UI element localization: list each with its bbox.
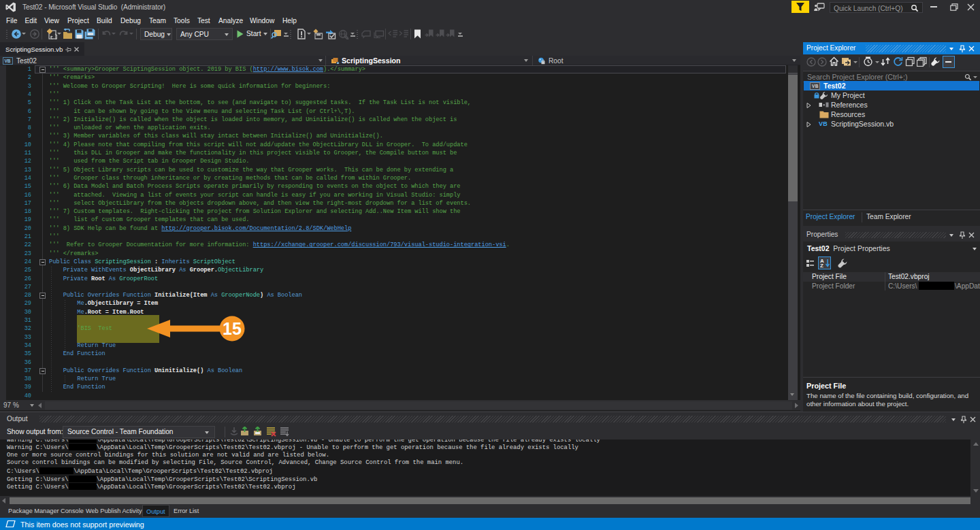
svg-text:15: 15: [223, 319, 242, 338]
